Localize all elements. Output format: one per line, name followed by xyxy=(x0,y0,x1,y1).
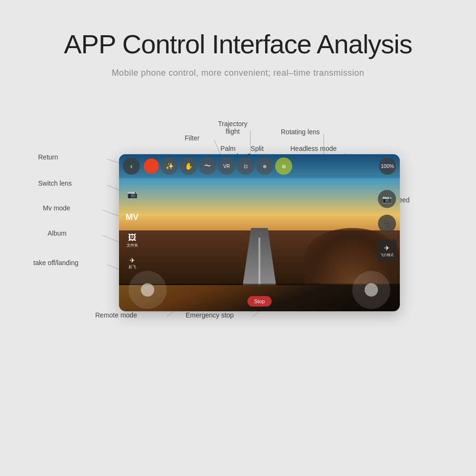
speed-badge[interactable]: 100% xyxy=(379,158,396,175)
photo-button[interactable]: 📷 xyxy=(378,190,396,208)
phone-screen: ‹ ✨ ✋ 〜 VR ⊡ ⊕ ⊞ 100% 📷 MV xyxy=(119,154,400,311)
switch-lens-button[interactable]: 📷 xyxy=(122,184,142,204)
label-emergency-stop: Emergency stop xyxy=(186,311,234,319)
headless-button[interactable]: ⊕ xyxy=(256,158,273,175)
takeoff-button[interactable]: ✈ 起飞 xyxy=(122,253,142,273)
video-button[interactable]: 🎥 xyxy=(378,215,396,233)
label-takeoff: take off/landing xyxy=(33,259,79,267)
label-return: Return xyxy=(38,153,58,161)
album-button[interactable]: 🖼 文件夹 xyxy=(122,230,142,250)
stop-button[interactable]: Stop xyxy=(248,296,272,307)
page-subtitle: Mobile phone control, more convenient; r… xyxy=(0,68,476,78)
joystick-right[interactable] xyxy=(352,271,390,309)
label-trajectory: Trajectoryflight xyxy=(218,120,248,135)
vr-button[interactable]: VR xyxy=(218,158,235,175)
flight-mode-button[interactable]: ✈ 飞行模式 xyxy=(377,239,397,262)
diagram-area: Return Switch lens Mv mode Album take of… xyxy=(33,102,443,426)
label-mv-mode: Mv mode xyxy=(43,204,70,212)
label-headless: Headless mode xyxy=(290,145,337,152)
label-filter: Filter xyxy=(185,134,199,142)
joystick-left[interactable] xyxy=(129,271,167,309)
palm-control-button[interactable]: ✋ xyxy=(180,158,197,175)
split-screen-button[interactable]: ⊡ xyxy=(237,158,254,175)
label-album: Album xyxy=(48,229,67,237)
screen-background: ‹ ✨ ✋ 〜 VR ⊡ ⊕ ⊞ 100% 📷 MV xyxy=(119,154,400,311)
label-remote-mode: Remote mode xyxy=(95,311,137,319)
back-button[interactable]: ‹ xyxy=(123,158,140,175)
record-button[interactable] xyxy=(144,159,159,174)
filter-button[interactable]: ✨ xyxy=(161,158,178,175)
label-switch-lens: Switch lens xyxy=(38,179,72,187)
trajectory-button[interactable]: 〜 xyxy=(199,158,216,175)
menu-button[interactable]: ⊞ xyxy=(275,158,292,175)
label-rotating: Rotating lens xyxy=(281,128,320,136)
mv-mode-button[interactable]: MV xyxy=(122,207,142,227)
page-title: APP Control Interface Analysis xyxy=(0,0,476,60)
toolbar-top: ‹ ✨ ✋ 〜 VR ⊡ ⊕ ⊞ 100% xyxy=(119,154,400,178)
